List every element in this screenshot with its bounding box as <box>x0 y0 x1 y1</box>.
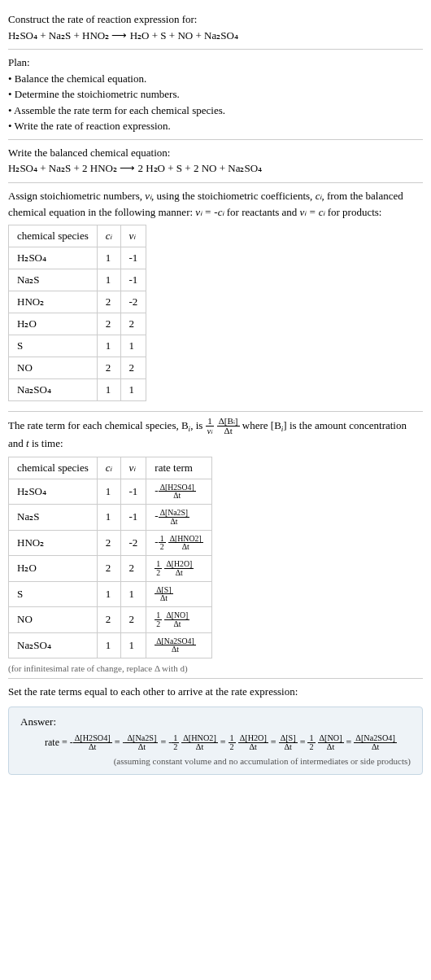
cell-vi: 2 <box>120 556 146 582</box>
cell-vi: 2 <box>120 313 146 335</box>
frac: Δ[NO]Δt <box>318 734 344 751</box>
plan-list: Balance the chemical equation. Determine… <box>8 71 423 134</box>
cell-ci: 2 <box>97 313 120 335</box>
cell-species: H₂O <box>9 313 98 335</box>
col-ci: cᵢ <box>97 457 120 479</box>
text: , using the stoichiometric coefficients, <box>151 190 316 202</box>
balanced-label: Write the balanced chemical equation: <box>8 145 423 161</box>
infinitesimal-note: (for infinitesimal rate of change, repla… <box>8 663 423 673</box>
term: 12 Δ[NO]Δt <box>307 737 343 748</box>
stoich-intro: Assign stoichiometric numbers, νᵢ, using… <box>8 188 423 220</box>
den: Δt <box>125 743 158 751</box>
den: 2 <box>229 743 236 751</box>
half: 12 <box>159 535 166 552</box>
cell-ci: 2 <box>97 607 120 633</box>
balanced-equation: H₂SO₄ + Na₂S + 2 HNO₂ ⟶ 2 H₂O + S + 2 NO… <box>8 160 423 177</box>
cell-vi: -1 <box>120 505 146 531</box>
cell-species: S <box>9 581 98 607</box>
text: where [B <box>242 419 281 431</box>
cell-ci: 1 <box>97 247 120 269</box>
cell-rate: -Δ[Na2S]Δt <box>146 505 211 531</box>
frac: Δ[Na2S]Δt <box>125 734 158 751</box>
cell-species: H₂SO₄ <box>9 247 98 269</box>
rate-intro: The rate term for each chemical species,… <box>8 417 423 452</box>
table-header-row: chemical species cᵢ νᵢ <box>9 225 146 247</box>
cell-vi: 1 <box>120 379 146 401</box>
cell-species: Na₂SO₄ <box>9 379 98 401</box>
cell-vi: -1 <box>120 479 146 505</box>
table-row: S11 <box>9 335 146 357</box>
den: Δt <box>181 743 218 751</box>
cell-vi: -2 <box>120 530 146 556</box>
rate-frac: Δ[H2O]Δt <box>164 560 194 577</box>
den: Δt <box>238 743 268 751</box>
cell-species: Na₂SO₄ <box>9 632 98 658</box>
text: The rate term for each chemical species,… <box>8 419 189 431</box>
den: Δt <box>279 743 298 751</box>
rate-frac: Δ[Na2S]Δt <box>159 509 189 526</box>
cell-ci: 1 <box>97 269 120 291</box>
den: 2 <box>172 743 179 751</box>
cell-vi: -2 <box>120 291 146 313</box>
table-row: H₂SO₄1-1 <box>9 247 146 269</box>
frac: Δ[H2SO4]Δt <box>73 734 112 751</box>
cell-vi: 1 <box>120 632 146 658</box>
den: Δt <box>155 594 172 602</box>
term: Δ[Na2SO4]Δt <box>354 737 396 748</box>
rate-term-section: The rate term for each chemical species,… <box>8 412 423 679</box>
cell-ci: 1 <box>97 335 120 357</box>
answer-box: Answer: rate = -Δ[H2SO4]Δt = -Δ[Na2S]Δt … <box>8 707 423 775</box>
cell-species: NO <box>9 607 98 633</box>
col-rate: rate term <box>146 457 211 479</box>
cell-rate: Δ[S]Δt <box>146 581 211 607</box>
answer-section: Set the rate terms equal to each other t… <box>8 679 423 786</box>
cell-species: Na₂S <box>9 505 98 531</box>
table-row: HNO₂2-2 <box>9 291 146 313</box>
den: Δt <box>164 569 194 577</box>
rate-frac: Δ[H2SO4]Δt <box>159 483 196 501</box>
header-section: Construct the rate of reaction expressio… <box>8 7 423 50</box>
cell-ci: 1 <box>97 479 120 505</box>
rate-frac: Δ[NO]Δt <box>164 611 189 628</box>
text: for reactants and <box>224 206 299 218</box>
table-row: Na₂SO₄11Δ[Na2SO4]Δt <box>9 632 212 658</box>
col-vi: νᵢ <box>120 225 146 247</box>
den: Δt <box>318 743 344 751</box>
cell-ci: 1 <box>97 505 120 531</box>
col-ci: cᵢ <box>97 225 120 247</box>
den: Δt <box>217 427 240 435</box>
cell-ci: 1 <box>97 581 120 607</box>
col-vi: νᵢ <box>120 457 146 479</box>
den: 2 <box>155 620 162 628</box>
unbalanced-equation: H₂SO₄ + Na₂S + HNO₂ ⟶ H₂O + S + NO + Na₂… <box>8 28 423 45</box>
rate-frac: Δ[Na2SO4]Δt <box>155 637 195 654</box>
den: 2 <box>159 543 166 551</box>
table-header-row: chemical species cᵢ νᵢ rate term <box>9 457 212 479</box>
text: , is <box>190 419 205 431</box>
half: 12 <box>229 734 236 751</box>
nu-i: νᵢ <box>145 190 151 202</box>
cell-rate: Δ[Na2SO4]Δt <box>146 632 211 658</box>
cell-rate: -Δ[H2SO4]Δt <box>146 479 211 505</box>
term: -12 Δ[HNO2]Δt <box>168 737 218 748</box>
rate-table: chemical species cᵢ νᵢ rate term H₂SO₄1-… <box>8 457 212 659</box>
rate-lead: rate = <box>45 737 70 748</box>
answer-equation: rate = -Δ[H2SO4]Δt = -Δ[Na2S]Δt = -12 Δ[… <box>20 732 411 753</box>
cell-ci: 1 <box>97 632 120 658</box>
cell-vi: 2 <box>120 607 146 633</box>
plan-item: Assemble the rate term for each chemical… <box>8 103 423 119</box>
table-row: NO2212 Δ[NO]Δt <box>9 607 212 633</box>
term: -Δ[Na2S]Δt <box>122 737 158 748</box>
den: 2 <box>307 743 315 751</box>
plan-label: Plan: <box>8 55 423 71</box>
den: νᵢ <box>206 427 215 435</box>
eq-reactants: νᵢ = -cᵢ <box>195 206 224 218</box>
col-species: chemical species <box>9 225 98 247</box>
eq: = <box>115 737 123 748</box>
frac: Δ[Na2SO4]Δt <box>354 734 396 751</box>
cell-species: HNO₂ <box>9 291 98 313</box>
den: Δt <box>164 620 189 628</box>
table-row: HNO₂2-2-12 Δ[HNO2]Δt <box>9 530 212 556</box>
dBi-dt: Δ[Bᵢ]Δt <box>217 417 240 435</box>
table-row: H₂SO₄1-1-Δ[H2SO4]Δt <box>9 479 212 505</box>
